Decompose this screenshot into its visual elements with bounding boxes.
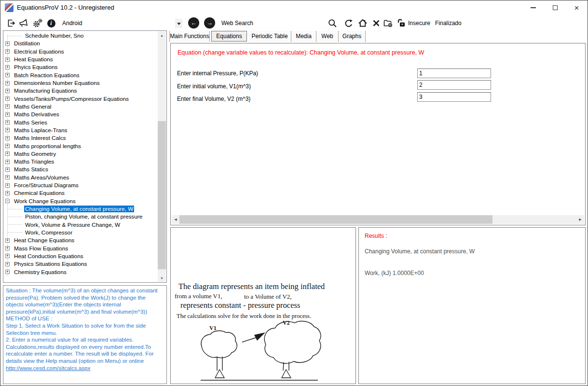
tree-item-label[interactable]: Maths Statics [13,166,49,173]
tree-item-label[interactable]: Chemical Equations [13,190,66,196]
expand-plus-icon[interactable]: + [5,41,10,46]
tree-item[interactable]: −Work Change Equations [5,197,158,205]
tree-item[interactable]: +Chemical Equations [5,189,158,197]
maximize-button[interactable] [544,0,566,15]
expand-plus-icon[interactable]: + [5,270,10,274]
tree-item[interactable]: Work, Volume & Pressure Change, W [5,221,158,229]
tab-media[interactable]: Media [291,31,316,42]
minimize-button[interactable] [522,0,544,15]
expand-plus-icon[interactable]: + [5,136,10,140]
tree-item[interactable]: +Electrical Equations [5,48,158,55]
tree-item-label[interactable]: Dimensionless Number Equations [13,80,101,86]
tree-item-label[interactable]: Heat Conduction Equations [13,253,84,260]
expand-plus-icon[interactable]: + [5,128,10,132]
close-button[interactable]: × [566,0,588,15]
tree-item[interactable]: +Force/Structual Diagrams [5,181,158,189]
tree-item[interactable]: +Chemistry Equations [5,268,158,276]
tree-item-label[interactable]: Maths proportional lengths [13,143,82,150]
tree-item[interactable]: Changing Volume, at constant pressure, W [5,205,158,213]
tree-item-label[interactable]: Vessels/Tanks/Pumps/Compressor Equations [13,96,130,102]
tree-item[interactable]: +Maths General [5,103,158,110]
help-link[interactable]: http://www.cesd.com/sitcalcs.aspx [6,365,90,371]
tree-item-label[interactable]: Phyics Equations [13,64,59,70]
refresh-icon[interactable] [343,18,354,28]
info-icon[interactable]: i [46,18,56,28]
tree-item-label[interactable]: Maths Areas/Volumes [13,174,70,181]
folder-add-icon[interactable] [383,18,393,28]
tree-item-label[interactable]: Piston, changing Volume, at constant pre… [24,213,143,220]
tree-item-label[interactable]: Heat Equations [13,56,54,63]
megaphone-icon[interactable] [18,18,29,28]
tree-item-label[interactable]: Heat Change Equations [13,237,75,244]
scroll-left-icon[interactable]: ◀ [172,215,179,224]
tree-item-label[interactable]: Work, Volume & Pressure Change, W [24,221,121,228]
expand-plus-icon[interactable]: + [5,238,10,243]
web-search-label[interactable]: Web Search [221,20,253,27]
tree-item-label[interactable]: Changing Volume, at constant pressure, W [24,206,134,212]
tree-scrollbar-thumb[interactable] [158,121,166,269]
expand-plus-icon[interactable]: + [5,112,10,117]
expand-plus-icon[interactable]: + [5,254,10,258]
tree-item[interactable]: +Maths proportional lengths [5,142,158,150]
tree-item-label[interactable]: Work, Compressor [24,229,73,236]
scroll-up-icon[interactable]: ▲ [158,31,166,39]
expand-plus-icon[interactable]: + [5,191,10,195]
collapse-minus-icon[interactable]: − [5,199,10,203]
hscrollbar-thumb[interactable] [179,215,492,224]
tree-item[interactable]: Work, Compressor [5,229,158,236]
tree-item[interactable]: Piston, changing Volume, at constant pre… [5,213,158,221]
tab-equations[interactable]: Equations [211,31,247,41]
unlock-icon[interactable] [396,18,407,28]
tree-item-label[interactable]: Force/Structual Diagrams [13,182,80,189]
tree-item[interactable]: +Manufacturing Equations [5,87,158,95]
tree-item[interactable]: +Maths Triangles [5,158,158,165]
tree-item[interactable]: +Batch Reaction Equations [5,71,158,79]
tree-item[interactable]: +Dimensionless Number Equations [5,79,158,87]
final-volume-input[interactable] [417,92,491,102]
tree-item[interactable]: +Maths Interest Calcs [5,134,158,142]
tree-item-label[interactable]: Maths Derivatives [13,111,60,118]
settings-gears-icon[interactable] [32,18,43,28]
tree-item-label[interactable]: Schedule Number, Sno [24,32,84,39]
scroll-right-icon[interactable]: ▶ [576,215,584,224]
back-button[interactable]: ← [188,17,199,28]
expand-plus-icon[interactable]: + [5,120,10,124]
search-icon[interactable] [327,18,338,28]
expand-plus-icon[interactable]: + [5,65,10,69]
tree-item[interactable]: +Maths Areas/Volumes [5,174,158,181]
tree-item[interactable]: +Physics Situations Equations [5,260,158,268]
tree-item-label[interactable]: Mass Flow Equations [13,245,69,252]
initial-volume-input[interactable] [417,80,491,90]
expand-plus-icon[interactable]: + [5,49,10,54]
tree-item-label[interactable]: Chemistry Equations [13,269,68,276]
android-label[interactable]: Android [62,20,82,27]
tree-item[interactable]: +Heat Conduction Equations [5,252,158,260]
scroll-down-icon[interactable]: ▼ [158,274,166,282]
tab-main-functions[interactable]: Main Functions [169,31,210,42]
tree-item-label[interactable]: Maths Triangles [13,158,55,165]
expand-plus-icon[interactable]: + [5,104,10,109]
tree-item[interactable]: +Mass Flow Equations [5,244,158,252]
tree-item-label[interactable]: Maths Interest Calcs [13,135,67,141]
exit-icon[interactable] [6,18,16,28]
expand-plus-icon[interactable]: + [5,262,10,266]
expand-plus-icon[interactable]: + [5,183,10,188]
forward-button[interactable]: → [204,17,215,28]
tree-item-label[interactable]: Maths Geometry [13,151,57,157]
expand-plus-icon[interactable]: + [5,89,10,93]
dropdown-caret-icon[interactable] [175,19,182,28]
tree-item-label[interactable]: Manufacturing Equations [13,87,78,94]
tree-item-label[interactable]: Distillation [13,40,41,47]
tree-item-label[interactable]: Maths General [13,103,52,110]
close-x-icon[interactable] [371,18,382,28]
tree-item-label[interactable]: Maths Series [13,119,48,126]
expand-plus-icon[interactable]: + [5,96,10,101]
tree-item[interactable]: Schedule Number, Sno [5,32,158,40]
expand-plus-icon[interactable]: + [5,152,10,156]
tree-item[interactable]: +Distillation [5,40,158,47]
tree-item[interactable]: +Heat Equations [5,55,158,63]
tree-item[interactable]: +Vessels/Tanks/Pumps/Compressor Equation… [5,95,158,103]
expand-plus-icon[interactable]: + [5,57,10,62]
tree-item[interactable]: +Maths Series [5,118,158,126]
tree-item-label[interactable]: Physics Situations Equations [13,261,88,267]
